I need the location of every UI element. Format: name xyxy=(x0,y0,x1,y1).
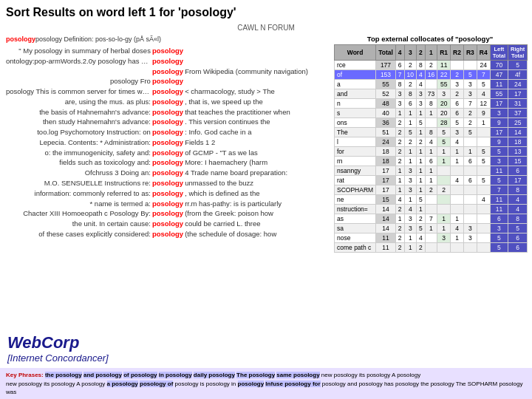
key-phrase: new posology xyxy=(321,372,358,378)
subtitle: CAWL N FORUM xyxy=(6,24,526,32)
collocate-row: a55824553351124 xyxy=(335,80,528,89)
collocate-cell: and xyxy=(335,89,376,99)
collocate-cell: 1 xyxy=(437,157,451,166)
collocate-cell: 1 xyxy=(451,233,464,243)
collocate-cell: ne xyxy=(335,195,376,205)
collocate-cell: 24 xyxy=(477,61,490,70)
collocate-cell: 15 xyxy=(376,195,396,205)
collocate-header: 4 xyxy=(395,45,404,61)
collocate-cell: 7 xyxy=(463,99,477,109)
concordance-line: * name is termed a:posologyrr.m has-path… xyxy=(6,199,330,209)
concordance-line: then study Hahnemahn's advance:posology.… xyxy=(6,117,330,127)
collocate-cell: 1 xyxy=(425,109,437,118)
collocate-cell: 12 xyxy=(477,99,490,109)
collocate-cell: 9 xyxy=(477,109,490,118)
collocate-title: Top external collocates of "posology" xyxy=(334,35,526,43)
collocate-cell xyxy=(463,137,477,147)
collocate-cell: 3 xyxy=(437,89,451,99)
collocate-cell: 1 xyxy=(395,166,404,176)
collocate-cell: 20 xyxy=(437,109,451,118)
collocate-cell: 3 xyxy=(404,166,416,176)
conc-right-text: : Info. God cache in a xyxy=(185,127,330,137)
collocate-cell: ons xyxy=(335,118,376,128)
conc-keyword: posology xyxy=(151,86,185,97)
collocate-table: WordTotal4321R1R2R3R4Left TotalRight Tot… xyxy=(334,44,528,253)
collocate-cell: of xyxy=(335,70,376,80)
collocate-cell: 4 xyxy=(477,195,490,205)
concordance-line: o: the immunogenicity, safety and:posolo… xyxy=(6,148,330,158)
collocate-cell xyxy=(451,205,464,214)
collocate-cell: 14 xyxy=(376,214,396,224)
collocate-cell: 5 xyxy=(463,70,477,80)
collocate-cell: 7 xyxy=(477,70,490,80)
concordance-line: are, using the mus. as plus:posology, th… xyxy=(6,97,330,107)
collocate-cell: 16 xyxy=(425,70,437,80)
conc-keyword: posology xyxy=(151,148,185,158)
collocate-cell: 1 xyxy=(477,118,490,128)
collocate-cell: 14 xyxy=(376,205,396,214)
collocate-cell: 2 xyxy=(417,137,426,147)
collocate-cell: 4 xyxy=(508,205,528,214)
collocate-cell: 24 xyxy=(376,137,396,147)
key-phrase: its posology xyxy=(359,372,390,378)
collocate-cell xyxy=(451,195,464,205)
conc-left-text: of these cases explicitly considered: xyxy=(6,229,151,239)
collocate-table-area: Top external collocates of "posology" Wo… xyxy=(334,35,526,253)
collocate-cell: 5 xyxy=(477,147,490,157)
collocate-cell: 1 xyxy=(425,176,437,185)
collocate-cell: The xyxy=(335,128,376,137)
concordance-def: posology posology Definition: pos-so-lo-… xyxy=(6,35,330,44)
collocate-row: come path c1121256 xyxy=(335,243,528,253)
collocate-cell: 52 xyxy=(376,89,396,99)
main-content: posology posology Definition: pos-so-lo-… xyxy=(6,35,526,253)
collocate-cell: 6 xyxy=(404,99,416,109)
collocate-cell: 2 xyxy=(463,118,477,128)
conc-left-text: information: commonly referred to as: xyxy=(6,188,151,199)
collocate-cell: 1 xyxy=(425,147,437,157)
collocate-cell xyxy=(451,185,464,195)
collocate-cell: 17 xyxy=(490,99,508,109)
collocate-cell: 5 xyxy=(490,233,508,243)
conc-right-text: of GCMP - "T as we las xyxy=(185,148,330,158)
collocate-cell: 28 xyxy=(437,118,451,128)
conc-keyword: posology xyxy=(151,168,185,178)
collocate-header: R1 xyxy=(437,45,451,61)
collocate-cell: 36 xyxy=(376,118,396,128)
key-phrase: the posology xyxy=(45,372,82,378)
collocate-cell: 1 xyxy=(417,166,426,176)
collocate-cell: 55 xyxy=(490,89,508,99)
collocate-cell: 1 xyxy=(425,166,437,176)
collocate-cell: 1 xyxy=(417,185,426,195)
collocate-cell: 4 xyxy=(451,176,464,185)
collocate-cell: 6 xyxy=(508,243,528,253)
collocate-cell: 2 xyxy=(404,61,416,70)
collocate-cell: 2 xyxy=(395,137,404,147)
collocate-cell: 5 xyxy=(437,137,451,147)
collocate-cell: as xyxy=(335,214,376,224)
collocate-row: for1821111115513 xyxy=(335,147,528,157)
collocate-cell: 3 xyxy=(417,89,426,99)
conc-keyword: posology xyxy=(151,46,185,56)
collocate-header: Left Total xyxy=(490,45,508,61)
collocate-cell: nstruction= xyxy=(335,205,376,214)
webcorp-title: WebCorp xyxy=(7,333,109,352)
conc-keyword: posology xyxy=(151,229,185,239)
collocate-cell: 7 xyxy=(425,214,437,224)
conc-left-text: too.log Psychomotory Instruction: on xyxy=(6,127,151,137)
collocate-cell: 2 xyxy=(395,224,404,233)
collocate-cell: 11 xyxy=(490,166,508,176)
collocate-cell: 5 xyxy=(451,118,464,128)
conc-left-text: * name is termed a: xyxy=(6,199,151,209)
collocate-cell: 48 xyxy=(376,99,396,109)
collocate-cell: 2 xyxy=(463,109,477,118)
collocate-cell xyxy=(425,243,437,253)
collocate-cell: 2 xyxy=(417,214,426,224)
collocate-cell: 1 xyxy=(404,109,416,118)
collocate-cell: 1 xyxy=(395,109,404,118)
conc-keyword: posology xyxy=(151,127,185,137)
collocate-cell: 18 xyxy=(376,157,396,166)
conc-keyword: posology xyxy=(151,137,185,148)
conc-right-text: , that is, we speed up the xyxy=(185,97,330,107)
collocate-cell: 3 xyxy=(463,233,477,243)
collocate-cell: 2 xyxy=(404,137,416,147)
